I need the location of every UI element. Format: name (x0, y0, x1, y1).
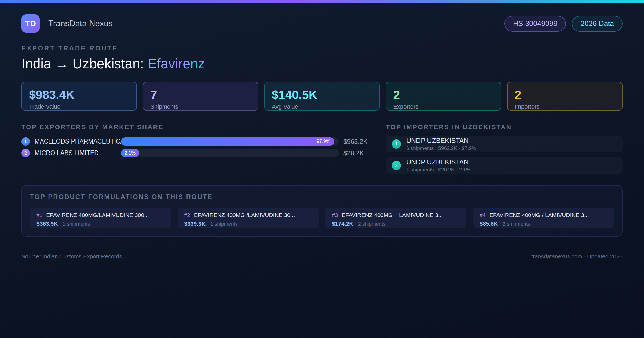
importer-name: UNDP UZBEKISTAN (406, 137, 476, 145)
importer-card[interactable]: 2 UNDP UZBEKISTAN 1 shipments · $20.2K ·… (386, 157, 623, 174)
header: TD TransData Nexus HS 30049099 2026 Data (21, 14, 623, 33)
drug-name: Efavirenz (148, 56, 205, 71)
product-meta: $363.9K 1 shipments (36, 221, 164, 227)
stat-label: Avg Value (272, 103, 372, 110)
stat-card-shipments: 7 Shipments (143, 82, 258, 111)
product-meta: $85.8K 2 shipments (480, 221, 608, 227)
exporters-heading: TOP EXPORTERS BY MARKET SHARE (21, 123, 370, 131)
importer-info: UNDP UZBEKISTAN 1 shipments · $20.2K · 2… (406, 158, 471, 173)
product-name: EFAVIRENZ 400MG / LAMIVUDINE 3... (489, 212, 589, 218)
importer-info: UNDP UZBEKISTAN 6 shipments · $963.2K · … (406, 137, 476, 151)
product-value: $363.9K (36, 221, 58, 227)
product-header: #4 EFAVIRENZ 400MG / LAMIVUDINE 3... (480, 212, 608, 218)
footer: Source: Indian Customs Export Records tr… (21, 246, 623, 260)
app-title: TransData Nexus (48, 19, 113, 28)
rank-badge: 2 (392, 161, 401, 170)
market-share-bar: 2.1% (121, 149, 139, 157)
market-share-bar: 97.9% (121, 137, 334, 146)
exporters-section: TOP EXPORTERS BY MARKET SHARE 1 MACLEODS… (21, 123, 370, 157)
product-value: $339.3K (184, 221, 206, 227)
product-rank: #4 (480, 212, 486, 218)
product-rank: #3 (332, 212, 338, 218)
product-shipments: 1 shipments (210, 221, 238, 227)
product-card[interactable]: #1 EFAVIRENZ 400MG/LAMIVUDINE 300... $36… (30, 208, 171, 228)
exporter-name: MICRO LABS LIMITED (35, 149, 121, 157)
product-card[interactable]: #2 EFAVIRENZ 400MG /LAMIVUDINE 30... $33… (178, 208, 319, 228)
stat-value: 7 (150, 88, 251, 102)
stat-card-avg-value: $140.5K Avg Value (264, 82, 380, 111)
product-shipments: 1 shipments (63, 221, 90, 227)
stat-value: 2 (393, 88, 493, 102)
hs-code-badge[interactable]: HS 30049099 (504, 16, 566, 32)
stat-label: Shipments (150, 103, 251, 110)
product-header: #3 EFAVIRENZ 400MG + LAMIVUDINE 3... (332, 212, 460, 218)
product-meta: $174.2K 2 shipments (332, 221, 460, 227)
header-badges: HS 30049099 2026 Data (504, 16, 623, 32)
product-card[interactable]: #4 EFAVIRENZ 400MG / LAMIVUDINE 3... $85… (473, 208, 614, 228)
stat-value: $140.5K (272, 88, 372, 102)
product-name: EFAVIRENZ 400MG /LAMIVUDINE 30... (194, 212, 295, 218)
exporter-value: $963.2K (343, 138, 370, 145)
rank-badge: 1 (392, 139, 401, 149)
stat-value: 2 (515, 88, 615, 102)
market-share-bar-track: 2.1% (121, 149, 339, 157)
importer-card[interactable]: 1 UNDP UZBEKISTAN 6 shipments · $963.2K … (386, 136, 623, 152)
footer-source: Source: Indian Customs Export Records (21, 253, 122, 260)
stat-card-exporters: 2 Exporters (386, 82, 501, 111)
importer-name: UNDP UZBEKISTAN (406, 158, 471, 166)
rank-badge: 1 (21, 137, 30, 146)
product-rank: #2 (184, 212, 190, 218)
rank-badge: 2 (21, 149, 30, 157)
importer-detail: 1 shipments · $20.2K · 2.1% (406, 167, 471, 173)
products-heading: TOP PRODUCT FORMULATIONS ON THIS ROUTE (30, 193, 614, 201)
market-share-bar-track: 97.9% (121, 137, 339, 146)
exporter-name: MACLEODS PHARMACEUTICALS L... (35, 138, 121, 145)
product-name: EFAVIRENZ 400MG + LAMIVUDINE 3... (342, 212, 443, 218)
exporter-row: 1 MACLEODS PHARMACEUTICALS L... 97.9% $9… (21, 137, 370, 146)
accent-top-bar (0, 0, 644, 3)
importers-heading: TOP IMPORTERS IN UZBEKISTAN (386, 123, 623, 131)
product-value: $174.2K (332, 221, 353, 227)
middle-section: TOP EXPORTERS BY MARKET SHARE 1 MACLEODS… (21, 123, 623, 174)
data-year-badge[interactable]: 2026 Data (572, 16, 623, 32)
product-header: #1 EFAVIRENZ 400MG/LAMIVUDINE 300... (36, 212, 164, 218)
exporter-value: $20.2K (343, 149, 370, 157)
product-meta: $339.3K 1 shipments (184, 221, 312, 227)
stat-value: $983.4K (29, 88, 129, 102)
product-rank: #1 (36, 212, 42, 218)
stat-label: Trade Value (29, 103, 129, 110)
stat-card-importers: 2 Importers (507, 82, 623, 111)
product-name: EFAVIRENZ 400MG/LAMIVUDINE 300... (46, 212, 149, 218)
importer-detail: 6 shipments · $963.2K · 97.9% (406, 145, 476, 151)
route-title: India → Uzbekistan: (21, 56, 148, 71)
products-panel: TOP PRODUCT FORMULATIONS ON THIS ROUTE #… (21, 185, 623, 237)
products-grid: #1 EFAVIRENZ 400MG/LAMIVUDINE 300... $36… (30, 208, 614, 228)
stats-row: $983.4K Trade Value 7 Shipments $140.5K … (21, 82, 623, 111)
page-container: TD TransData Nexus HS 30049099 2026 Data… (21, 3, 623, 260)
page-title: India → Uzbekistan: Efavirenz (21, 56, 623, 72)
brand: TD TransData Nexus (21, 14, 113, 33)
product-header: #2 EFAVIRENZ 400MG /LAMIVUDINE 30... (184, 212, 312, 218)
product-shipments: 2 shipments (503, 221, 530, 227)
stat-label: Importers (515, 103, 615, 110)
product-value: $85.8K (480, 221, 498, 227)
app-logo: TD (21, 14, 40, 33)
eyebrow-label: EXPORT TRADE ROUTE (21, 45, 623, 52)
product-shipments: 2 shipments (358, 221, 385, 227)
footer-meta: transdatanexus.com · Updated 2026 (531, 253, 623, 260)
stat-label: Exporters (393, 103, 493, 110)
product-card[interactable]: #3 EFAVIRENZ 400MG + LAMIVUDINE 3... $17… (325, 208, 466, 228)
importers-section: TOP IMPORTERS IN UZBEKISTAN 1 UNDP UZBEK… (386, 123, 623, 174)
stat-card-trade-value: $983.4K Trade Value (21, 82, 137, 111)
exporter-row: 2 MICRO LABS LIMITED 2.1% $20.2K (21, 149, 370, 157)
